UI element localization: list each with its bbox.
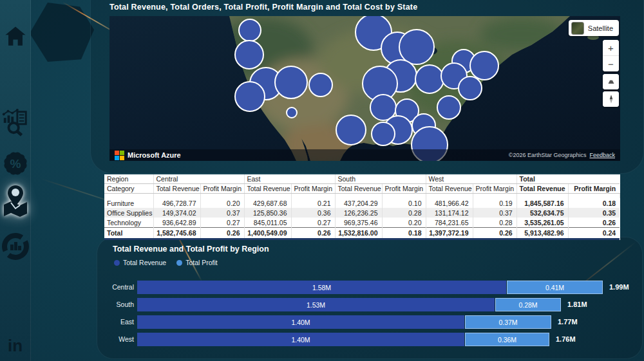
value-cell: 1,845,587.16	[516, 198, 568, 208]
bar-total-label: 1.76M	[556, 335, 576, 343]
satellite-style-button[interactable]: Satellite	[569, 20, 619, 36]
spacer-cell	[426, 194, 473, 199]
analytics-search-icon	[1, 107, 30, 136]
spacer-cell	[473, 194, 516, 199]
map-bubble[interactable]	[415, 65, 444, 93]
zoom-in-button[interactable]: +	[603, 40, 619, 55]
revenue-bar-segment[interactable]: 1.58M	[137, 281, 506, 294]
satellite-button-label: Satellite	[588, 24, 613, 32]
revenue-bar-segment[interactable]: 1.40M	[137, 315, 464, 329]
map-bubble[interactable]	[470, 51, 498, 80]
bar-row: West1.40M0.36M1.76M	[104, 333, 643, 346]
table-row: Total1,582,745.680.261,400,549.090.261,5…	[104, 228, 620, 239]
value-cell: 1,582,745.68	[153, 228, 200, 239]
donut-chart-icon	[1, 232, 30, 261]
value-cell: 481,966.42	[426, 198, 473, 208]
value-cell: 5,913,482.96	[516, 228, 568, 239]
category-header-label: Category	[104, 184, 153, 194]
map-bubble[interactable]	[437, 96, 460, 119]
value-cell: 0.35	[568, 208, 620, 218]
svg-text:%: %	[10, 157, 21, 171]
map-bubble[interactable]	[275, 66, 307, 98]
satellite-thumbnail-icon	[571, 22, 584, 35]
measure-header: Profit Margin	[473, 184, 516, 194]
legend-item[interactable]: Total Profit	[176, 259, 218, 266]
bar-category-label: East	[104, 318, 134, 326]
measure-header: Total Revenue	[153, 184, 200, 194]
row-header: Office Supplies	[104, 208, 153, 218]
row-header: Furniture	[104, 198, 153, 208]
value-cell: 1,400,549.09	[244, 228, 291, 239]
map-bubble[interactable]	[372, 122, 395, 145]
sidebar-item-analytics[interactable]	[0, 107, 30, 136]
home-icon	[2, 23, 29, 50]
sidebar-item-linkedin[interactable]: in	[0, 337, 30, 354]
spacer-cell	[153, 194, 200, 199]
spacer-cell	[516, 194, 568, 199]
legend-item[interactable]: Total Revenue	[114, 259, 166, 266]
map-bubble[interactable]	[235, 41, 263, 69]
map-visual-title: Total Revenue, Total Orders, Total Profi…	[109, 3, 618, 12]
table-row: Technology936,642.890.27845,011.050.2796…	[104, 218, 620, 228]
map-copyright: ©2026 EarthStar Geographics	[509, 152, 587, 158]
map-bubble[interactable]	[399, 30, 434, 64]
spacer-cell	[291, 194, 335, 199]
map-bubble[interactable]	[287, 107, 297, 118]
map-visual[interactable]: Satellite + −	[109, 16, 620, 161]
value-cell: 0.27	[200, 218, 244, 228]
map-bubble[interactable]	[309, 73, 332, 97]
spacer-cell	[104, 194, 153, 199]
map-attribution-bar: Microsoft Azure ©2026 EarthStar Geograph…	[109, 149, 620, 161]
value-cell: 0.26	[200, 228, 244, 239]
azure-label: Microsoft Azure	[128, 151, 181, 159]
revenue-bar-segment[interactable]: 1.40M	[137, 333, 464, 346]
zoom-controls: + −	[603, 40, 619, 71]
value-cell: 429,687.68	[244, 198, 291, 208]
profit-bar-segment[interactable]: 0.37M	[465, 315, 551, 329]
spacer-cell	[200, 194, 244, 199]
zoom-out-button[interactable]: −	[603, 55, 619, 71]
chart-legend: Total RevenueTotal Profit	[114, 259, 218, 266]
sidebar-item-donut-report[interactable]	[0, 232, 30, 261]
pitch-control	[603, 74, 619, 89]
feedback-link[interactable]: Feedback	[589, 152, 615, 158]
value-cell: 496,728.77	[153, 198, 200, 208]
region-header: West	[426, 174, 516, 184]
microsoft-logo-icon	[115, 151, 124, 160]
legend-dot-icon	[176, 260, 182, 266]
revenue-bar-segment[interactable]: 1.53M	[137, 298, 495, 311]
spacer-cell	[335, 194, 382, 199]
map-bubble[interactable]	[239, 19, 261, 41]
profit-bar-segment[interactable]: 0.28M	[495, 298, 561, 311]
value-cell: 845,011.05	[244, 218, 291, 228]
matrix-visual: RegionCentralEastSouthWestTotalCategoryT…	[104, 174, 620, 240]
value-cell: 532,634.75	[516, 208, 568, 218]
percent-badge-icon: %	[1, 149, 30, 178]
value-cell: 0.18	[382, 228, 426, 239]
pitch-button[interactable]	[603, 74, 619, 89]
row-header: Total	[104, 228, 153, 239]
compass-control	[603, 91, 619, 107]
map-bubble[interactable]	[459, 77, 482, 100]
row-header: Technology	[104, 218, 153, 228]
map-bubble[interactable]	[336, 115, 366, 145]
sidebar-item-home[interactable]	[0, 23, 30, 50]
profit-bar-segment[interactable]: 0.36M	[465, 333, 549, 346]
measure-header: Profit Margin	[200, 184, 244, 194]
value-cell: 0.28	[473, 218, 516, 228]
table-row: Office Supplies149,374.020.37125,850.360…	[104, 208, 620, 218]
value-cell: 3,535,261.05	[516, 218, 568, 228]
value-cell: 0.37	[473, 208, 516, 218]
bar-category-label: Central	[104, 283, 134, 291]
profit-bar-segment[interactable]: 0.41M	[507, 281, 603, 294]
sidebar-item-discount[interactable]: %	[0, 149, 30, 178]
value-cell: 969,375.46	[335, 218, 382, 228]
measure-header: Profit Margin	[568, 184, 620, 194]
value-cell: 0.21	[291, 198, 335, 208]
value-cell: 437,204.29	[335, 198, 382, 208]
table-row: Furniture496,728.770.20429,687.680.21437…	[104, 198, 620, 208]
map-bubble[interactable]	[235, 82, 265, 111]
value-cell: 126,236.25	[335, 208, 382, 218]
sidebar-item-map[interactable]	[0, 184, 30, 218]
compass-button[interactable]	[603, 91, 619, 107]
